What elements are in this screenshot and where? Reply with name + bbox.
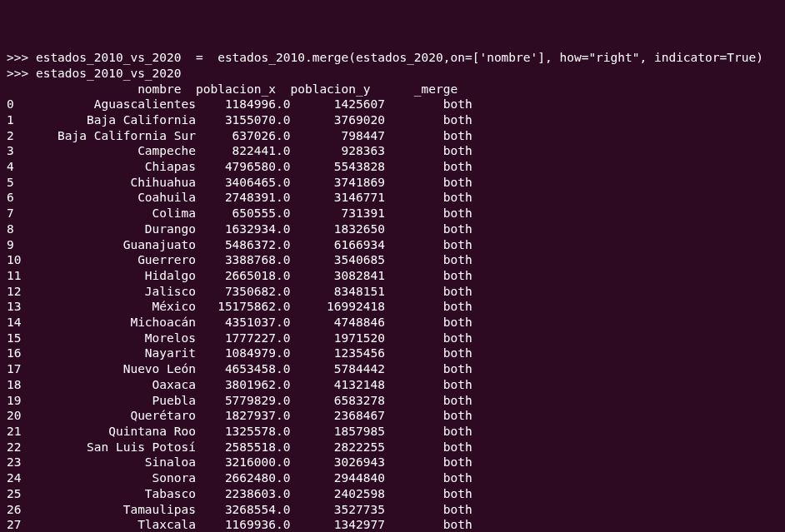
output-line: 9 Guanajuato 5486372.0 6166934 both	[7, 237, 778, 253]
output-line: 23 Sinaloa 3216000.0 3026943 both	[7, 455, 778, 470]
output-line: 17 Nuevo León 4653458.0 5784442 both	[7, 361, 778, 377]
output-line: 5 Chihuahua 3406465.0 3741869 both	[7, 175, 778, 191]
output-line: >>> estados_2010_vs_2020 = estados_2010.…	[7, 50, 778, 66]
output-line: 8 Durango 1632934.0 1832650 both	[7, 221, 778, 237]
output-line: nombre poblacion_x poblacion_y _merge	[7, 82, 778, 97]
output-line: 12 Jalisco 7350682.0 8348151 both	[7, 284, 778, 300]
output-line: 14 Michoacán 4351037.0 4748846 both	[7, 315, 778, 331]
output-line: 20 Querétaro 1827937.0 2368467 both	[7, 408, 778, 424]
terminal-output[interactable]: >>> estados_2010_vs_2020 = estados_2010.…	[7, 50, 778, 532]
output-line: 11 Hidalgo 2665018.0 3082841 both	[7, 268, 778, 284]
output-line: 2 Baja California Sur 637026.0 798447 bo…	[7, 128, 778, 144]
output-line: 10 Guerrero 3388768.0 3540685 both	[7, 252, 778, 268]
output-line: 3 Campeche 822441.0 928363 both	[7, 143, 778, 159]
output-line: 13 México 15175862.0 16992418 both	[7, 299, 778, 315]
output-line: 25 Tabasco 2238603.0 2402598 both	[7, 486, 778, 502]
output-line: 1 Baja California 3155070.0 3769020 both	[7, 112, 778, 128]
output-line: 0 Aguascalientes 1184996.0 1425607 both	[7, 97, 778, 112]
output-line: 15 Morelos 1777227.0 1971520 both	[7, 331, 778, 346]
output-line: 26 Tamaulipas 3268554.0 3527735 both	[7, 502, 778, 518]
output-line: 19 Puebla 5779829.0 6583278 both	[7, 393, 778, 409]
output-line: 18 Oaxaca 3801962.0 4132148 both	[7, 377, 778, 393]
output-line: 4 Chiapas 4796580.0 5543828 both	[7, 159, 778, 175]
output-line: 22 San Luis Potosí 2585518.0 2822255 bot…	[7, 440, 778, 455]
output-line: >>> estados_2010_vs_2020	[7, 66, 778, 82]
output-line: 27 Tlaxcala 1169936.0 1342977 both	[7, 517, 778, 532]
output-line: 6 Coahuila 2748391.0 3146771 both	[7, 190, 778, 206]
output-line: 16 Nayarit 1084979.0 1235456 both	[7, 346, 778, 361]
output-line: 21 Quintana Roo 1325578.0 1857985 both	[7, 424, 778, 440]
output-line: 7 Colima 650555.0 731391 both	[7, 206, 778, 221]
output-line: 24 Sonora 2662480.0 2944840 both	[7, 470, 778, 486]
